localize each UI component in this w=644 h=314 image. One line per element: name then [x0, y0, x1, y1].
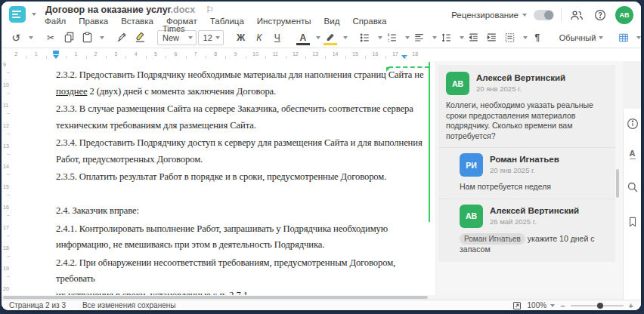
- menu-item-5[interactable]: Инструменты: [257, 17, 311, 26]
- numbered-list-caret-icon[interactable]: [405, 36, 410, 39]
- bullet-list-caret-icon[interactable]: [378, 36, 382, 39]
- align-button[interactable]: [411, 29, 428, 46]
- right-indent-marker-icon[interactable]: [401, 55, 407, 59]
- logo-caret-icon[interactable]: [32, 13, 36, 16]
- undo-caret-icon[interactable]: [29, 36, 33, 39]
- save-status: Все изменения сохранены: [82, 301, 175, 309]
- mention-chip[interactable]: Роман Игнатьев: [460, 233, 525, 245]
- paragraph-0[interactable]: 2.3.2. Предоставить Подрядчику необходим…: [56, 67, 434, 100]
- line-spacing-caret-icon[interactable]: [460, 36, 464, 39]
- italic-button[interactable]: К: [251, 29, 268, 46]
- paragraph-5[interactable]: 2.4. Заказчик вправе:: [56, 203, 434, 220]
- comment-2[interactable]: АВАлексей Вертинский26 май 2025 г.Роман …: [438, 199, 615, 261]
- paragraph-borders-caret-icon[interactable]: [523, 36, 528, 39]
- font-color-button[interactable]: А: [295, 29, 311, 46]
- clear-style-button[interactable]: [132, 29, 148, 46]
- review-mode-label[interactable]: Рецензирование: [451, 11, 519, 20]
- ruler-tick: [146, 56, 147, 59]
- bold-button[interactable]: Ж: [233, 29, 249, 46]
- ruler-number: 12: [3, 123, 9, 128]
- comment-author: Алексей Вертинский: [476, 72, 565, 82]
- increase-indent-button[interactable]: [484, 29, 500, 46]
- zoom-caret-icon[interactable]: [550, 304, 555, 307]
- fit-page-icon[interactable]: [512, 300, 522, 311]
- font-name-select[interactable]: Times New ...: [157, 30, 197, 45]
- numbered-list-button[interactable]: [384, 29, 401, 46]
- ruler-number: 13: [3, 143, 9, 149]
- insert-table-button[interactable]: [615, 29, 632, 46]
- paragraph-borders-button[interactable]: [502, 29, 519, 46]
- paragraph-1[interactable]: 2.3.3. В случае размещения Сайта на серв…: [56, 101, 434, 134]
- bookmark-icon[interactable]: [624, 214, 641, 230]
- ruler-number: 8: [214, 51, 217, 57]
- main-area: 91011121314151617181920 2.3.2. Предостав…: [2, 61, 641, 295]
- copy-button[interactable]: [60, 29, 77, 46]
- zoom-slider[interactable]: [571, 305, 624, 306]
- app-logo-icon[interactable]: [9, 6, 26, 23]
- ruler-tick: [225, 56, 226, 59]
- menu-item-1[interactable]: Правка: [79, 17, 108, 26]
- comment-1[interactable]: РИРоман Игнатьев20 янв 2025 г.Нам потреб…: [438, 147, 615, 199]
- menu-item-0[interactable]: Файл: [45, 17, 66, 26]
- cut-button[interactable]: ✂: [42, 29, 59, 46]
- comment-author: Роман Игнатьев: [490, 153, 559, 164]
- comments-scrollbar[interactable]: [616, 169, 619, 198]
- format-painter-button[interactable]: [113, 29, 130, 46]
- highlight-color-button[interactable]: [322, 29, 339, 46]
- paragraph-2[interactable]: 2.3.4. Предоставить Подрядчику доступ к …: [56, 135, 434, 168]
- zoom-in-button[interactable]: +: [629, 301, 633, 310]
- nonprinting-chars-button[interactable]: ¶: [529, 29, 546, 46]
- underline-button[interactable]: Ч: [269, 29, 286, 46]
- first-line-indent-marker-icon[interactable]: [53, 55, 59, 59]
- document-text[interactable]: 2.3.2. Предоставить Подрядчику необходим…: [56, 67, 434, 310]
- horizontal-ruler[interactable]: 12123456789101112131415161718: [2, 49, 437, 61]
- ruler-number: 10: [252, 51, 259, 57]
- horizontal-scrollbar-thumb[interactable]: [3, 296, 428, 299]
- bullet-list-button[interactable]: [357, 29, 373, 46]
- ruler-tick: [7, 276, 10, 277]
- info-icon[interactable]: [624, 115, 641, 132]
- paragraph-style-select[interactable]: Обычный: [555, 30, 607, 45]
- menubar: ФайлПравкаВставкаФорматТаблицаИнструмент…: [45, 17, 387, 26]
- zoom-value[interactable]: 100%: [528, 301, 547, 309]
- font-color-caret-icon[interactable]: [316, 36, 320, 39]
- comment-thread[interactable]: АВАлексей Вертинский20 янв 2025 г.Коллег…: [438, 65, 615, 262]
- menu-item-2[interactable]: Вставка: [121, 17, 153, 26]
- page-indicator[interactable]: Страница 2 из 3: [9, 301, 66, 309]
- flag-icon[interactable]: ⚐: [206, 5, 214, 15]
- line-spacing-button[interactable]: [438, 29, 455, 46]
- comment-0[interactable]: АВАлексей Вертинский20 янв 2025 г.Коллег…: [438, 66, 615, 147]
- review-caret-icon[interactable]: [522, 14, 527, 17]
- zoom-slider-thumb[interactable]: [597, 303, 603, 309]
- indent-marker-left-icon[interactable]: [53, 51, 59, 54]
- review-toggle[interactable]: [534, 10, 554, 20]
- paste-button[interactable]: [79, 29, 95, 46]
- document-page[interactable]: 2.3.2. Предоставить Подрядчику необходим…: [12, 61, 435, 295]
- ruler-tick: [345, 56, 346, 59]
- insert-table-caret-icon[interactable]: [636, 36, 641, 39]
- paragraph-6[interactable]: 2.4.1. Контролировать выполнение Работ, …: [56, 221, 434, 254]
- paste-caret-icon[interactable]: [100, 36, 104, 39]
- ruler-tick: [305, 56, 306, 59]
- align-caret-icon[interactable]: [432, 36, 437, 39]
- ruler-tick: [206, 56, 206, 59]
- user-avatar[interactable]: АВ: [615, 6, 633, 24]
- vertical-ruler[interactable]: 91011121314151617181920: [2, 61, 13, 295]
- spellcheck-icon[interactable]: А ~~: [630, 150, 636, 161]
- collaboration-users-icon[interactable]: [568, 7, 585, 23]
- paragraph-3[interactable]: 2.3.5. Оплатить результат Работ в порядк…: [56, 169, 434, 186]
- ruler-tick: [7, 113, 10, 114]
- menu-item-7[interactable]: Справка: [352, 17, 386, 26]
- search-icon[interactable]: [624, 179, 641, 195]
- decrease-indent-button[interactable]: [466, 29, 482, 46]
- menu-item-6[interactable]: Вид: [324, 17, 340, 26]
- highlight-caret-icon[interactable]: [343, 36, 348, 39]
- help-icon[interactable]: [592, 7, 608, 23]
- right-toolbar: А ~~: [623, 109, 641, 310]
- ruler-number: 1: [35, 51, 38, 57]
- font-size-select[interactable]: 12: [198, 30, 224, 45]
- undo-button[interactable]: ↺: [8, 29, 24, 46]
- menu-item-4[interactable]: Таблица: [210, 17, 244, 26]
- zoom-out-button[interactable]: −: [560, 301, 565, 310]
- ruler-tick: [385, 56, 386, 59]
